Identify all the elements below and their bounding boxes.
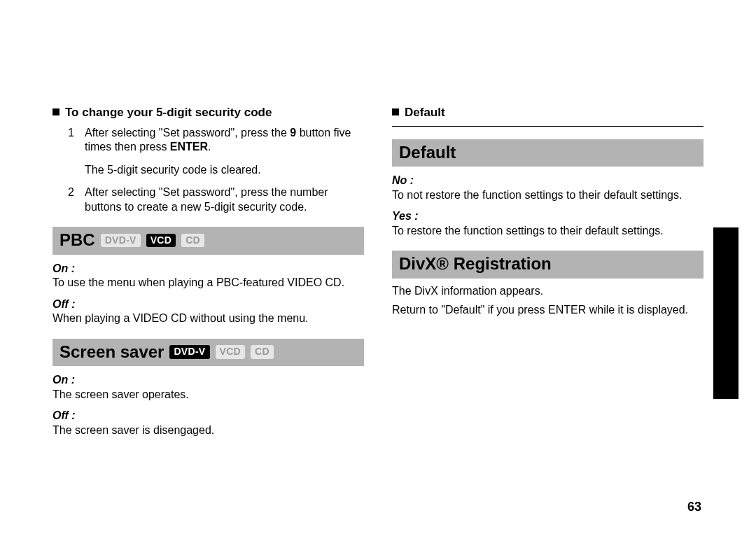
divx-text-2: Return to "Default" if you press ENTER w… [392,303,704,317]
pbc-on-label: On : [52,262,364,276]
page-number: 63 [687,500,701,514]
badge-dvdv: DVD-V [101,234,141,248]
change-code-heading: To change your 5-digit security code [52,105,364,120]
divx-title: DivX® Registration [399,253,552,275]
step-num: 1 [68,126,74,140]
saver-off-text: The screen saver is disengaged. [52,423,364,437]
default-yes-text: To restore the function settings to thei… [392,224,704,238]
badge-cd: CD [181,234,204,248]
saver-section-bar: Screen saver DVD-V VCD CD [52,339,364,367]
pbc-title: PBC [59,230,95,251]
pbc-section-bar: PBC DVD-V VCD CD [52,227,364,255]
divx-text-1: The DivX information appears. [392,284,704,298]
step-text: After selecting "Set password", press th… [85,186,328,212]
step-num: 2 [68,185,74,199]
pbc-off-label: Off : [52,297,364,311]
step-1: 1 After selecting "Set password", press … [68,126,364,177]
default-title: Default [399,142,456,164]
page-content: To change your 5-digit security code 1 A… [0,0,756,470]
saver-on-text: The screen saver operates. [52,388,364,402]
right-column: Default Default No : To not restore the … [392,105,704,442]
pbc-on-text: To use the menu when playing a PBC-featu… [52,276,364,290]
default-section-bar: Default [392,139,704,167]
badge-dvdv: DVD-V [169,345,209,359]
step-after: The 5-digit security code is cleared. [85,163,364,177]
change-code-steps: 1 After selecting "Set password", press … [52,126,364,214]
saver-off-label: Off : [52,409,364,423]
section-side-label: Function Settings [714,293,724,367]
divx-section-bar: DivX® Registration [392,251,704,279]
saver-title: Screen saver [59,342,164,363]
step-text: After selecting "Set password", press th… [85,127,351,153]
saver-on-label: On : [52,373,364,387]
badge-vcd: VCD [216,345,245,359]
divider [392,126,704,127]
pbc-off-text: When playing a VIDEO CD without using th… [52,311,364,325]
default-no-label: No : [392,174,704,188]
default-no-text: To not restore the function settings to … [392,188,704,202]
left-column: To change your 5-digit security code 1 A… [52,105,364,442]
badge-vcd: VCD [146,234,176,248]
default-heading: Default [392,105,704,120]
default-yes-label: Yes : [392,209,704,223]
step-2: 2 After selecting "Set password", press … [68,185,364,214]
badge-cd: CD [251,345,274,359]
